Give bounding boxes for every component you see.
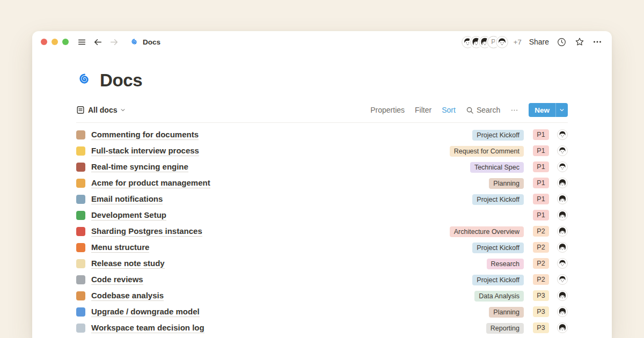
- assignee-avatar[interactable]: [557, 322, 568, 333]
- priority-badge[interactable]: P1: [533, 210, 549, 221]
- doc-title-link[interactable]: Workspace team decision log: [91, 323, 204, 333]
- assignee-avatar[interactable]: [557, 178, 568, 188]
- assignee-avatar[interactable]: [557, 258, 568, 269]
- doc-type-tag[interactable]: Project Kickoff: [472, 275, 524, 285]
- doc-title-link[interactable]: Upgrade / downgrade model: [91, 307, 200, 317]
- collaborator-avatar[interactable]: [496, 36, 508, 48]
- filter-button[interactable]: Filter: [415, 106, 431, 114]
- doc-row[interactable]: Menu structure Project Kickoff P2: [76, 239, 568, 255]
- doc-title-link[interactable]: Sharding Postgres instances: [91, 226, 202, 237]
- priority-badge[interactable]: P1: [533, 194, 549, 204]
- doc-list: Commenting for documents Project Kickoff…: [76, 127, 568, 338]
- priority-badge[interactable]: P2: [533, 274, 549, 285]
- priority-badge[interactable]: P1: [533, 178, 549, 188]
- doc-type-tag[interactable]: Architecture Overview: [450, 226, 524, 237]
- forward-arrow-icon[interactable]: [109, 38, 119, 47]
- doc-row[interactable]: Performance feedback Research P3: [76, 336, 568, 338]
- assignee-avatar[interactable]: [557, 161, 568, 172]
- doc-type-tag[interactable]: Data Analysis: [474, 291, 524, 302]
- assignee-avatar[interactable]: [557, 194, 568, 204]
- close-window-button[interactable]: [41, 39, 47, 45]
- doc-type-tag[interactable]: Reporting: [486, 323, 524, 334]
- doc-type-tag[interactable]: Technical Spec: [470, 162, 524, 173]
- share-button[interactable]: Share: [529, 38, 549, 46]
- doc-type-tag[interactable]: Planning: [489, 307, 524, 318]
- doc-title-link[interactable]: Email notifications: [91, 194, 163, 204]
- building-construction-emoji: [76, 179, 85, 188]
- delivery-truck-emoji: [76, 211, 85, 220]
- zoom-window-button[interactable]: [62, 39, 69, 45]
- priority-badge[interactable]: P1: [533, 161, 549, 172]
- locomotive-emoji: [76, 163, 85, 172]
- priority-badge[interactable]: P1: [533, 145, 549, 156]
- back-arrow-icon[interactable]: [93, 38, 103, 47]
- doc-title-link[interactable]: Menu structure: [91, 243, 149, 253]
- doc-row[interactable]: Real-time syncing engine Technical Spec …: [76, 159, 568, 175]
- doc-type-tag[interactable]: Research: [487, 259, 524, 269]
- hamburger-icon[interactable]: [77, 38, 86, 47]
- minimize-window-button[interactable]: [52, 39, 58, 45]
- assignee-avatar[interactable]: [557, 145, 568, 156]
- properties-button[interactable]: Properties: [370, 106, 405, 114]
- assignee-avatar[interactable]: [557, 242, 568, 253]
- priority-badge[interactable]: P3: [533, 306, 549, 317]
- chevron-down-icon: [120, 107, 126, 113]
- doc-row[interactable]: Full-stack interview process Request for…: [76, 143, 568, 159]
- new-doc-dropdown[interactable]: [555, 103, 568, 117]
- doc-row[interactable]: Upgrade / downgrade model Planning P3: [76, 304, 568, 320]
- doc-title-link[interactable]: Development Setup: [91, 210, 166, 221]
- doc-row[interactable]: Code reviews Project Kickoff P2: [76, 271, 568, 288]
- priority-badge[interactable]: P2: [533, 226, 549, 237]
- assignee-avatar[interactable]: [557, 274, 568, 285]
- new-doc-button[interactable]: New: [529, 103, 568, 117]
- doc-title-link[interactable]: Codebase analysis: [91, 291, 164, 301]
- toolbar-more-icon[interactable]: [510, 106, 518, 114]
- clock-history-icon[interactable]: [557, 37, 567, 47]
- more-options-icon[interactable]: [592, 37, 602, 47]
- doc-type-tag[interactable]: Project Kickoff: [472, 194, 524, 205]
- doc-row[interactable]: Codebase analysis Data Analysis P3: [76, 288, 568, 304]
- star-favorite-icon[interactable]: [574, 36, 585, 47]
- doc-type-tag[interactable]: Planning: [489, 178, 524, 189]
- collaborator-avatar-stack[interactable]: P: [462, 36, 508, 48]
- assignee-avatar[interactable]: [557, 290, 568, 301]
- priority-badge[interactable]: P2: [533, 242, 549, 253]
- doc-row[interactable]: Acme for product management Planning P1: [76, 175, 568, 191]
- mailbox-emoji: [76, 195, 85, 204]
- doc-row[interactable]: Workspace team decision log Reporting P3: [76, 320, 568, 336]
- doc-row[interactable]: Release note study Research P2: [76, 255, 568, 271]
- fuel-pump-emoji: [76, 227, 85, 236]
- doc-title-link[interactable]: Full-stack interview process: [91, 146, 199, 156]
- doc-row[interactable]: Commenting for documents Project Kickoff…: [76, 127, 568, 143]
- carrot-emoji: [76, 243, 85, 252]
- doc-row[interactable]: Sharding Postgres instances Architecture…: [76, 223, 568, 239]
- doc-type-tag[interactable]: Project Kickoff: [472, 243, 524, 253]
- doc-type-tag[interactable]: Project Kickoff: [472, 130, 524, 141]
- priority-badge[interactable]: P1: [533, 129, 549, 140]
- monkey-face-emoji: [76, 130, 85, 139]
- search-button[interactable]: Search: [466, 106, 500, 114]
- doc-title-link[interactable]: Acme for product management: [91, 178, 210, 188]
- search-label: Search: [477, 106, 500, 114]
- priority-badge[interactable]: P2: [533, 258, 549, 269]
- priority-badge[interactable]: P3: [533, 322, 549, 333]
- assignee-avatar[interactable]: [557, 210, 568, 221]
- sort-button[interactable]: Sort: [442, 106, 456, 114]
- doc-title-link[interactable]: Release note study: [91, 259, 165, 269]
- doc-row[interactable]: Development Setup P1: [76, 207, 568, 223]
- new-doc-label[interactable]: New: [529, 103, 555, 117]
- search-icon: [466, 106, 474, 114]
- doc-title-link[interactable]: Code reviews: [91, 275, 143, 285]
- priority-badge[interactable]: P3: [533, 290, 549, 301]
- assignee-avatar[interactable]: [557, 129, 568, 140]
- memo-emoji: [76, 259, 85, 268]
- open-book-emoji: [76, 324, 85, 333]
- doc-row[interactable]: Email notifications Project Kickoff P1: [76, 191, 568, 207]
- docs-spiral-logo: [76, 71, 93, 90]
- doc-type-tag[interactable]: Request for Comment: [450, 146, 524, 157]
- assignee-avatar[interactable]: [557, 226, 568, 237]
- doc-title-link[interactable]: Commenting for documents: [91, 130, 199, 140]
- assignee-avatar[interactable]: [557, 306, 568, 317]
- view-selector[interactable]: All docs: [76, 106, 126, 114]
- doc-title-link[interactable]: Real-time syncing engine: [91, 162, 188, 172]
